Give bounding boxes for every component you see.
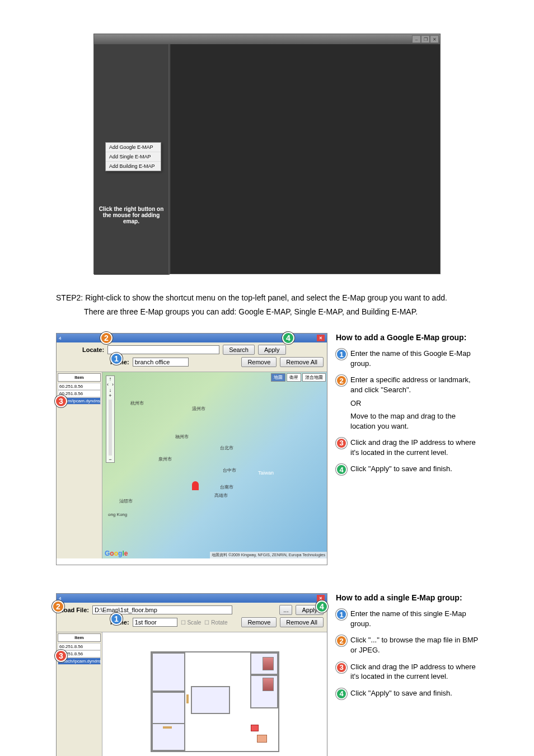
floorplan-image (151, 651, 279, 752)
floorplan-area[interactable] (102, 632, 327, 756)
item-header: Item (58, 373, 101, 382)
step-text: Click and drag the IP address to where i… (350, 662, 478, 682)
title-bar: – ❐ ✕ (94, 34, 440, 44)
right-panel (171, 44, 440, 274)
step-text: Enter the name of this Google E-Map grou… (350, 349, 478, 368)
toolbar: Load File: ... Apply Name: ☐ Scale ☐ Rot… (57, 603, 327, 632)
locate-label: Locate: (82, 346, 104, 353)
left-panel[interactable]: Add Google E-MAP Add Single E-MAP Add Bu… (94, 44, 170, 275)
list-item[interactable]: 60.251.8.56 (58, 383, 101, 390)
map-marker-icon[interactable] (192, 481, 199, 490)
zoom-control[interactable]: ↑ ‹› ↓ + − (106, 375, 115, 463)
step-badge-1: 1 (336, 349, 347, 360)
locate-input[interactable] (107, 345, 219, 354)
google-logo: Google (105, 550, 128, 557)
list-item[interactable]: 60.251.8.56 (58, 643, 101, 650)
google-map[interactable]: 地圖 衛星 混合地圖 ↑ ‹› ↓ + − Taiwan 杭州市 温州市 福州市… (102, 372, 327, 558)
maximize-icon[interactable]: ❐ (421, 35, 430, 43)
step-text: Click "..." to browse the map file in BM… (350, 635, 478, 655)
map-mode-map[interactable]: 地圖 (271, 373, 285, 382)
item-header: Item (58, 633, 101, 642)
building-icon (263, 678, 274, 691)
instructions-title: How to add a Google E-Map group: (336, 333, 478, 342)
title-num: 4 (59, 336, 61, 341)
minimize-icon[interactable]: – (412, 35, 421, 43)
single-instructions: How to add a single E-Map group: 1 Enter… (336, 593, 478, 706)
toolbar: Locate: Search Apply Name: Remove Remove… (57, 342, 327, 372)
building-icon (263, 657, 274, 670)
single-emap-dialog: 2 4 1 3 4 × Load File: ... Apply Name: ☐… (56, 593, 327, 756)
dialog-titlebar: 4 × (57, 594, 327, 603)
close-icon[interactable]: × (317, 335, 325, 341)
emap-empty-window: – ❐ ✕ Add Google E-MAP Add Single E-MAP … (93, 34, 441, 274)
step-text: Click "Apply" to save and finish. (350, 688, 452, 699)
menu-add-google[interactable]: Add Google E-MAP (106, 143, 161, 152)
menu-add-building[interactable]: Add Building E-MAP (106, 162, 161, 171)
step-badge-2: 2 (336, 375, 347, 386)
step-badge-1: 1 (336, 609, 347, 620)
placed-item-icon (257, 735, 267, 743)
apply-button[interactable]: Apply (258, 345, 286, 355)
step-badge-4: 4 (336, 688, 347, 699)
step-text: Click and drag the IP address to where i… (350, 438, 478, 457)
taiwan-label: Taiwan (258, 470, 274, 476)
remove-button[interactable]: Remove (241, 357, 277, 367)
step-text: Enter a specific address or landmark, an… (350, 375, 478, 431)
close-icon[interactable]: ✕ (430, 35, 439, 43)
name-input[interactable] (133, 618, 177, 627)
step-badge-2: 2 (336, 635, 347, 646)
name-input[interactable] (133, 358, 189, 367)
context-menu: Add Google E-MAP Add Single E-MAP Add Bu… (105, 142, 161, 171)
map-mode-hybrid[interactable]: 混合地圖 (302, 373, 326, 382)
step-text: Enter the name of this single E-Map grou… (350, 609, 478, 628)
browse-button[interactable]: ... (279, 605, 292, 615)
remove-all-button[interactable]: Remove All (280, 617, 324, 627)
google-emap-dialog: 2 4 1 3 4 × Locate: Search Apply Name: R… (56, 333, 327, 565)
menu-add-single[interactable]: Add Single E-MAP (106, 152, 161, 162)
step-text: Click "Apply" to save and finish. (350, 464, 452, 475)
remove-all-button[interactable]: Remove All (280, 357, 324, 367)
hint-text: Click the right button on the mouse for … (97, 206, 166, 224)
step2-caption: STEP2: Right-click to show the shortcut … (56, 291, 478, 319)
step-badge-3: 3 (336, 662, 347, 673)
camera-icon[interactable] (251, 725, 259, 731)
google-instructions: How to add a Google E-Map group: 1 Enter… (336, 333, 478, 482)
remove-button[interactable]: Remove (241, 617, 277, 627)
step-badge-4: 4 (336, 464, 347, 475)
instructions-title: How to add a single E-Map group: (336, 593, 478, 602)
search-button[interactable]: Search (223, 345, 255, 355)
step-badge-3: 3 (336, 438, 347, 449)
map-attribution: 地圖資料 ©2009 Kingway, NFGIS, ZENRIN, Europ… (210, 552, 327, 558)
map-mode-satellite[interactable]: 衛星 (287, 373, 301, 382)
